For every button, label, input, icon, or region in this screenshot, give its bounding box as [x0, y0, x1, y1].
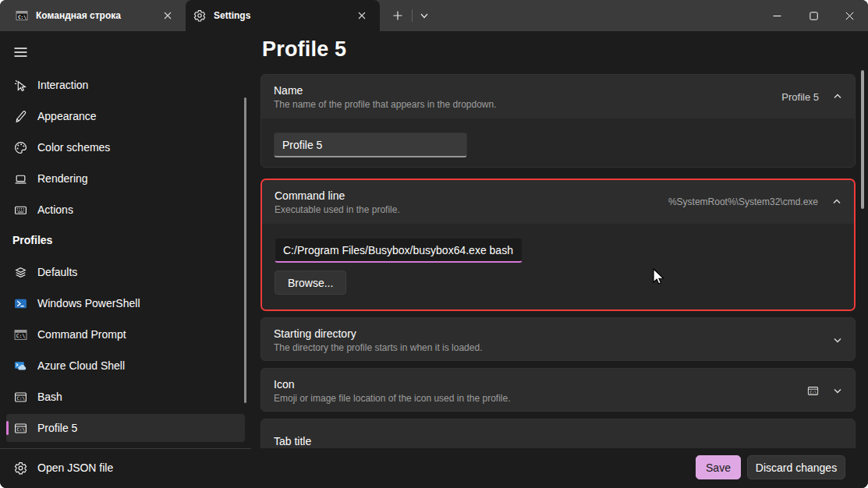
tab-label: Settings	[214, 10, 347, 21]
profile-name-input[interactable]	[274, 133, 467, 157]
chevron-up-icon	[832, 197, 841, 207]
card-current-value: %SystemRoot%\System32\cmd.exe	[668, 196, 818, 207]
card-subtitle: The name of the profile that appears in …	[274, 98, 497, 111]
tab-command-prompt[interactable]: C:\ Командная строка	[8, 0, 186, 31]
windows-terminal-settings-window: C:\ Командная строка Settings	[0, 0, 868, 488]
sidebar-item-label: Interaction	[37, 79, 88, 91]
tab-close-icon[interactable]	[353, 7, 370, 24]
gear-icon	[12, 460, 28, 476]
sidebar-item-label: Azure Cloud Shell	[37, 359, 125, 372]
cmd-window-icon: C:\	[16, 9, 28, 22]
sidebar-item-label: Windows PowerShell	[37, 297, 140, 309]
page-title: Profile 5	[262, 37, 346, 62]
command-line-card-header[interactable]: Command line Executable used in the prof…	[262, 180, 854, 224]
browse-button[interactable]: Browse...	[275, 271, 346, 295]
tab-close-icon[interactable]	[159, 7, 176, 24]
tab-label: Командная строка	[36, 10, 153, 21]
powershell-icon	[12, 295, 28, 311]
hamburger-menu-button[interactable]	[8, 41, 33, 64]
icon-card-header[interactable]: Icon Emoji or image file location of the…	[261, 369, 855, 412]
sidebar-item-windows-powershell[interactable]: Windows PowerShell	[6, 289, 245, 317]
keyboard-icon	[12, 202, 28, 217]
sidebar-item-appearance[interactable]: Appearance	[6, 102, 245, 130]
sidebar-scrollbar[interactable]	[244, 97, 246, 403]
icon-card: Icon Emoji or image file location of the…	[260, 368, 856, 412]
close-button[interactable]	[831, 0, 868, 31]
titlebar: C:\ Командная строка Settings	[0, 0, 868, 31]
open-json-file-label: Open JSON file	[37, 461, 113, 474]
sidebar-item-label: Appearance	[37, 110, 97, 122]
card-title: Tab title	[274, 434, 311, 449]
svg-text:C:\: C:\	[16, 427, 25, 432]
sidebar-item-label: Rendering	[37, 172, 88, 185]
sidebar-item-rendering[interactable]: Rendering	[6, 164, 245, 193]
sidebar-footer-divider	[0, 448, 251, 449]
sidebar-item-azure-cloud-shell[interactable]: Azure Cloud Shell	[6, 352, 245, 380]
tab-dropdown-button[interactable]	[414, 5, 434, 26]
minimize-button[interactable]	[759, 0, 795, 31]
profiles-section-header: Profiles	[12, 234, 52, 246]
gear-icon	[193, 9, 206, 22]
name-card: Name The name of the profile that appear…	[260, 74, 856, 168]
sidebar-item-color-schemes[interactable]: Color schemes	[6, 133, 245, 161]
svg-text:C:\: C:\	[810, 389, 817, 394]
sidebar-item-label: Bash	[37, 391, 62, 403]
chevron-up-icon	[833, 92, 842, 101]
sidebar-item-label: Command Prompt	[37, 328, 126, 341]
terminal-outline-icon: C:\	[12, 420, 28, 436]
sidebar-item-label: Color schemes	[37, 141, 110, 154]
card-title: Icon	[274, 377, 511, 392]
svg-text:C:\: C:\	[16, 396, 25, 401]
tab-settings[interactable]: Settings	[186, 0, 380, 31]
card-current-value: Profile 5	[781, 91, 819, 103]
card-title: Name	[274, 83, 497, 98]
starting-directory-card-header[interactable]: Starting directory The directory the pro…	[261, 318, 855, 361]
card-subtitle: The directory the profile starts in when…	[274, 341, 482, 354]
chevron-down-icon	[833, 335, 842, 345]
sidebar-item-bash[interactable]: C:\ Bash	[6, 383, 245, 411]
command-line-card: Command line Executable used in the prof…	[260, 179, 856, 311]
sidebar-item-defaults[interactable]: Defaults	[6, 258, 245, 286]
paintbrush-icon	[12, 108, 28, 124]
sidebar-item-profile-5[interactable]: C:\ Profile 5	[6, 414, 245, 442]
maximize-button[interactable]	[795, 0, 832, 31]
svg-text:C:\: C:\	[16, 333, 25, 339]
open-json-file-button[interactable]: Open JSON file	[6, 453, 240, 483]
name-card-header[interactable]: Name The name of the profile that appear…	[261, 75, 855, 118]
sidebar-item-actions[interactable]: Actions	[6, 196, 245, 224]
layers-icon	[12, 264, 28, 280]
monitor-icon	[12, 171, 28, 186]
card-title: Starting directory	[274, 327, 482, 341]
sidebar-item-label: Profile 5	[37, 422, 77, 434]
content-scrollbar[interactable]	[861, 70, 864, 209]
palette-icon	[12, 140, 28, 155]
azure-cloud-icon	[12, 358, 28, 373]
name-card-expanded-area	[261, 118, 855, 167]
starting-directory-card: Starting directory The directory the pro…	[260, 317, 856, 361]
cursor-interaction-icon	[12, 77, 28, 93]
sidebar-item-label: Defaults	[37, 266, 77, 278]
command-line-expanded-area: Browse...	[262, 224, 854, 309]
terminal-outline-icon: C:\	[12, 389, 28, 405]
discard-changes-button[interactable]: Discard changes	[747, 455, 845, 479]
card-title: Command line	[275, 189, 400, 203]
svg-text:C:\: C:\	[18, 14, 27, 19]
card-subtitle: Executable used in the profile.	[275, 203, 400, 216]
profile-icon-preview: C:\	[807, 385, 819, 397]
sidebar-item-interaction[interactable]: Interaction	[6, 71, 245, 99]
sidebar-item-label: Actions	[37, 203, 73, 216]
command-line-input[interactable]	[275, 238, 523, 263]
footer-bar: Open JSON file Save Discard changes	[0, 448, 868, 488]
cmd-filled-icon: C:\	[12, 327, 28, 342]
chevron-down-icon	[833, 386, 842, 395]
card-subtitle: Emoji or image file location of the icon…	[274, 392, 511, 405]
tabbar-divider	[412, 9, 413, 22]
save-button[interactable]: Save	[696, 455, 741, 479]
new-tab-button[interactable]	[388, 5, 408, 26]
sidebar-item-command-prompt[interactable]: C:\ Command Prompt	[6, 320, 245, 348]
